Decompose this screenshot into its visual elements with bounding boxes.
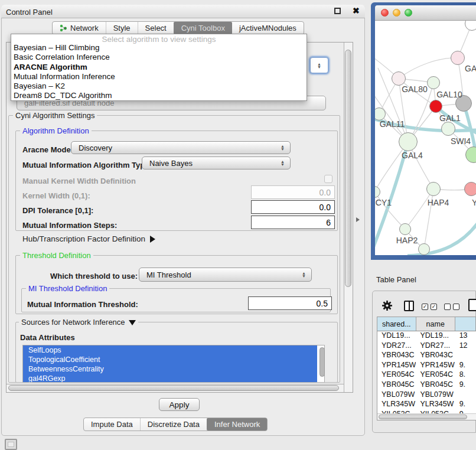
graph-node[interactable] [392,71,406,86]
dropdown-item[interactable]: Bayesian – K2 [11,81,307,91]
dropdown-item[interactable]: Dream8 DC_TDC Algorithm [11,91,307,100]
column-header-shared-name[interactable]: shared... [377,317,416,331]
bottom-tabbar: Impute Data Discretize Data Infer Networ… [83,418,268,431]
aracne-mode-label: Aracne Mode: [22,145,73,154]
network-icon [60,24,67,32]
horizontal-scrollbar-thumb[interactable] [8,385,339,391]
table-row[interactable]: YBL079W YBL079W [377,390,476,400]
attribute-list-item[interactable]: BetweennessCentrality [23,364,317,374]
attribute-list-item[interactable]: TopologicalCoefficient [23,355,317,364]
aracne-mode-combobox[interactable]: Discovery ▲▼ [71,141,291,154]
zoom-traffic-light[interactable] [405,9,412,17]
float-window-icon[interactable] [334,8,341,14]
graph-node[interactable] [427,76,440,89]
table-header-row: shared... name [377,317,476,331]
tab-style[interactable]: Style [106,22,138,34]
combo-stepper-icon: ▲▼ [281,157,285,169]
table-rows: YDL19... YDL19... 13 YDR27... YDR27... 1… [377,331,476,415]
attribute-list-scrollbar-thumb[interactable] [319,347,325,377]
algorithm-dropdown-list: Select algorithm to view settings Bayesi… [11,34,307,101]
combo-stepper-icon: ▲▼ [302,268,306,281]
document-icon[interactable] [468,299,476,311]
tab-jactivemnodules[interactable]: jActiveMNodules [232,22,304,34]
node-label: GAL1 [439,113,461,123]
dropdown-item[interactable]: Basic Correlation Inference [11,53,307,62]
split-pane-arrow-icon[interactable] [356,217,360,222]
mi-algorithm-type-combobox[interactable]: Naive Bayes ▲▼ [142,156,291,169]
graph-node[interactable] [399,223,411,235]
hub-tf-definition-toggle[interactable]: Hub/Transcription Factor Definition [22,234,155,243]
manual-kernel-width-label: Manual Kernel Width Definition [22,177,136,185]
collapsed-arrow-icon [150,236,155,243]
tab-impute-data[interactable]: Impute Data [84,418,140,431]
node-label: GAL [465,64,476,73]
stepper-down-icon: ▼ [317,66,321,69]
vertical-scrollbar-thumb[interactable] [345,50,351,287]
table-row[interactable]: YPR145W YPR145W 9. [377,361,476,371]
dropdown-item[interactable]: Mutual Information Inference [11,72,307,81]
column-header-partial[interactable] [455,317,476,331]
network-canvas[interactable]: GALGAL80GAL10GAL1GAL11SWI4GAL4GCY1HAP4YH… [375,21,476,255]
algorithm-definition-legend: Algorithm Definition [20,126,92,135]
graph-node[interactable] [464,182,476,196]
control-panel-tabbar: Network Style Select Cyni Toolbox jActiv… [52,21,304,35]
close-traffic-light[interactable] [381,9,389,17]
network-window-titlebar[interactable] [375,5,476,21]
dpi-tolerance-label: DPI Tolerance [0,1]: [22,206,93,215]
manual-kernel-width-checkbox[interactable] [324,175,332,183]
mi-threshold-label: Mutual Information Threshold: [27,300,138,309]
node-label: GAL10 [436,90,462,99]
attribute-list-item[interactable]: gal4RGexp [23,374,317,383]
mi-threshold-input[interactable]: 0.5 [248,296,332,310]
checked-pair-icon[interactable]: ✓✓ [422,304,437,310]
table-row[interactable]: YDR27... YDR27... 12 [377,341,476,351]
node-label: GAL11 [380,119,405,129]
split-columns-icon[interactable] [404,301,414,311]
tab-discretize-data[interactable]: Discretize Data [140,418,207,431]
mi-threshold-definition-legend: MI Threshold Definition [26,284,109,293]
column-header-name[interactable]: name [416,317,455,331]
tab-cyni-toolbox[interactable]: Cyni Toolbox [174,22,232,34]
data-attributes-list: SelfLoops TopologicalCoefficient Between… [22,345,325,383]
mi-steps-input[interactable]: 6 [251,216,335,229]
unchecked-pair-icon[interactable] [444,304,459,310]
gear-icon[interactable] [382,300,393,314]
graph-node[interactable] [429,100,442,113]
attribute-list-item[interactable]: SelfLoops [23,345,317,355]
graph-node[interactable] [418,243,430,255]
dropdown-item[interactable]: ARACNE Algorithm [11,63,307,72]
screen: Control Panel ✖ Network Style Select Cyn… [0,0,476,450]
node-label: SWI4 [451,136,471,146]
kernel-width-input[interactable]: 0.0 [251,185,335,199]
dpi-tolerance-input[interactable]: 0.0 [251,200,335,214]
combo-stepper-icon: ▲▼ [281,142,285,154]
close-icon[interactable]: ✖ [353,6,360,15]
table-row[interactable]: YLR345W YLR345W 9. [377,400,476,410]
tab-infer-network[interactable]: Infer Network [207,418,267,431]
tab-select[interactable]: Select [138,22,174,34]
focused-combo-stepper[interactable]: ▲ ▼ [310,57,328,73]
graph-node[interactable] [451,51,465,65]
sources-legend-toggle[interactable]: Sources for Network Inference [19,318,138,327]
algorithm-dropdown-items: Bayesian – Hill Climbing Basic Correlati… [11,43,307,101]
which-threshold-combobox[interactable]: MI Threshold ▲▼ [139,268,312,282]
node-label: GAL4 [402,151,423,160]
node-label: HAP2 [396,236,418,245]
table-row[interactable]: YDL19... YDL19... 13 [377,331,476,341]
graph-node[interactable] [426,182,441,196]
table-row[interactable]: YBR045C YBR045C 9. [377,380,476,390]
table-row[interactable]: YBR043C YBR043C [377,351,476,361]
graph-node[interactable] [399,132,418,151]
tab-network[interactable]: Network [53,22,106,34]
data-attributes-label: Data Attributes [20,333,75,342]
grid-handle-icon[interactable] [5,439,17,450]
table-hscrollbar-thumb[interactable] [379,415,467,419]
node-label: Y [472,198,476,207]
table-hscrollbar-track[interactable] [377,413,476,420]
tab-network-label: Network [70,24,99,32]
apply-button[interactable]: Apply [159,398,200,411]
dropdown-item[interactable]: Bayesian – Hill Climbing [11,43,307,53]
table-row[interactable]: YER054C YER054C 8. [377,370,476,380]
minimize-traffic-light[interactable] [393,9,400,17]
graph-node[interactable] [441,122,455,136]
